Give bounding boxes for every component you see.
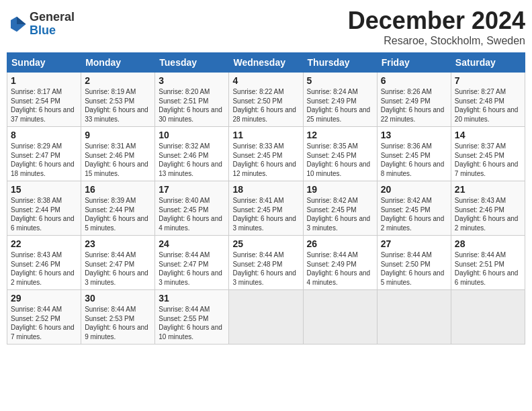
day-number: 9 — [85, 130, 151, 140]
calendar-cell: 29 Sunrise: 8:44 AMSunset: 2:52 PMDaylig… — [7, 290, 81, 345]
calendar-cell: 20 Sunrise: 8:42 AMSunset: 2:45 PMDaylig… — [377, 181, 451, 236]
calendar-cell: 23 Sunrise: 8:44 AMSunset: 2:47 PMDaylig… — [81, 236, 155, 290]
day-info: Sunrise: 8:44 AMSunset: 2:55 PMDaylight:… — [159, 306, 222, 340]
day-number: 25 — [232, 238, 299, 249]
week-row-3: 15 Sunrise: 8:38 AMSunset: 2:44 PMDaylig… — [7, 181, 525, 236]
day-number: 21 — [455, 184, 521, 195]
calendar-cell: 8 Sunrise: 8:29 AMSunset: 2:47 PMDayligh… — [7, 127, 81, 181]
calendar-cell: 3 Sunrise: 8:20 AMSunset: 2:51 PMDayligh… — [155, 73, 229, 127]
day-number: 1 — [11, 75, 77, 86]
day-number: 16 — [85, 184, 151, 195]
day-info: Sunrise: 8:44 AMSunset: 2:47 PMDaylight:… — [85, 251, 148, 286]
day-info: Sunrise: 8:17 AMSunset: 2:54 PMDaylight:… — [11, 88, 75, 123]
calendar-cell: 26 Sunrise: 8:44 AMSunset: 2:49 PMDaylig… — [303, 236, 377, 290]
day-number: 15 — [11, 184, 77, 195]
calendar-cell: 17 Sunrise: 8:40 AMSunset: 2:45 PMDaylig… — [155, 181, 229, 236]
day-number: 17 — [159, 184, 225, 195]
day-number: 7 — [455, 75, 521, 86]
calendar-cell: 9 Sunrise: 8:31 AMSunset: 2:46 PMDayligh… — [81, 127, 155, 181]
calendar-cell: 12 Sunrise: 8:35 AMSunset: 2:45 PMDaylig… — [303, 127, 377, 181]
day-info: Sunrise: 8:33 AMSunset: 2:45 PMDaylight:… — [232, 142, 296, 177]
day-info: Sunrise: 8:43 AMSunset: 2:46 PMDaylight:… — [11, 251, 75, 286]
calendar-cell: 28 Sunrise: 8:44 AMSunset: 2:51 PMDaylig… — [451, 236, 525, 290]
calendar-cell: 2 Sunrise: 8:19 AMSunset: 2:53 PMDayligh… — [81, 73, 155, 127]
week-row-4: 22 Sunrise: 8:43 AMSunset: 2:46 PMDaylig… — [7, 236, 525, 290]
header-saturday: Saturday — [451, 53, 525, 73]
day-info: Sunrise: 8:44 AMSunset: 2:49 PMDaylight:… — [307, 251, 371, 286]
day-info: Sunrise: 8:31 AMSunset: 2:46 PMDaylight:… — [85, 142, 148, 177]
day-number: 28 — [455, 238, 521, 249]
day-number: 31 — [159, 293, 225, 304]
day-info: Sunrise: 8:32 AMSunset: 2:46 PMDaylight:… — [159, 142, 222, 177]
calendar-cell: 10 Sunrise: 8:32 AMSunset: 2:46 PMDaylig… — [155, 127, 229, 181]
logo-blue: Blue — [30, 24, 75, 38]
day-number: 29 — [11, 293, 77, 304]
calendar-cell: 19 Sunrise: 8:42 AMSunset: 2:45 PMDaylig… — [303, 181, 377, 236]
calendar-header: SundayMondayTuesdayWednesdayThursdayFrid… — [7, 53, 525, 73]
calendar-cell — [451, 290, 525, 345]
calendar-cell: 5 Sunrise: 8:24 AMSunset: 2:49 PMDayligh… — [303, 73, 377, 127]
day-number: 26 — [307, 238, 373, 249]
logo-icon — [7, 14, 27, 34]
day-info: Sunrise: 8:20 AMSunset: 2:51 PMDaylight:… — [159, 88, 222, 123]
day-number: 3 — [159, 75, 225, 86]
day-number: 10 — [159, 130, 225, 140]
header-tuesday: Tuesday — [155, 53, 229, 73]
week-row-5: 29 Sunrise: 8:44 AMSunset: 2:52 PMDaylig… — [7, 290, 525, 345]
calendar-cell: 13 Sunrise: 8:36 AMSunset: 2:45 PMDaylig… — [377, 127, 451, 181]
day-number: 18 — [232, 184, 299, 195]
day-number: 23 — [85, 238, 151, 249]
day-info: Sunrise: 8:42 AMSunset: 2:45 PMDaylight:… — [307, 197, 371, 232]
week-row-1: 1 Sunrise: 8:17 AMSunset: 2:54 PMDayligh… — [7, 73, 525, 127]
day-info: Sunrise: 8:40 AMSunset: 2:45 PMDaylight:… — [159, 197, 222, 232]
day-info: Sunrise: 8:24 AMSunset: 2:49 PMDaylight:… — [307, 88, 371, 123]
day-info: Sunrise: 8:37 AMSunset: 2:45 PMDaylight:… — [455, 142, 519, 177]
day-number: 11 — [232, 130, 299, 140]
day-info: Sunrise: 8:22 AMSunset: 2:50 PMDaylight:… — [232, 88, 296, 123]
day-info: Sunrise: 8:36 AMSunset: 2:45 PMDaylight:… — [381, 142, 445, 177]
calendar-cell: 22 Sunrise: 8:43 AMSunset: 2:46 PMDaylig… — [7, 236, 81, 290]
week-row-2: 8 Sunrise: 8:29 AMSunset: 2:47 PMDayligh… — [7, 127, 525, 181]
day-number: 14 — [455, 130, 521, 140]
day-info: Sunrise: 8:42 AMSunset: 2:45 PMDaylight:… — [381, 197, 445, 232]
day-number: 8 — [11, 130, 77, 140]
month-title: December 2024 — [348, 7, 525, 35]
calendar-cell: 15 Sunrise: 8:38 AMSunset: 2:44 PMDaylig… — [7, 181, 81, 236]
day-info: Sunrise: 8:43 AMSunset: 2:46 PMDaylight:… — [455, 197, 519, 232]
day-info: Sunrise: 8:41 AMSunset: 2:45 PMDaylight:… — [232, 197, 296, 232]
day-info: Sunrise: 8:44 AMSunset: 2:48 PMDaylight:… — [232, 251, 296, 286]
location-subtitle: Resaroe, Stockholm, Sweden — [348, 35, 525, 47]
calendar-cell: 16 Sunrise: 8:39 AMSunset: 2:44 PMDaylig… — [81, 181, 155, 236]
header-monday: Monday — [81, 53, 155, 73]
day-number: 5 — [307, 75, 373, 86]
day-info: Sunrise: 8:27 AMSunset: 2:48 PMDaylight:… — [455, 88, 519, 123]
calendar-cell: 14 Sunrise: 8:37 AMSunset: 2:45 PMDaylig… — [451, 127, 525, 181]
day-info: Sunrise: 8:44 AMSunset: 2:47 PMDaylight:… — [159, 251, 222, 286]
calendar-cell: 4 Sunrise: 8:22 AMSunset: 2:50 PMDayligh… — [229, 73, 303, 127]
logo-general: General — [30, 11, 75, 24]
calendar-cell: 1 Sunrise: 8:17 AMSunset: 2:54 PMDayligh… — [7, 73, 81, 127]
calendar-cell: 6 Sunrise: 8:26 AMSunset: 2:49 PMDayligh… — [377, 73, 451, 127]
calendar-cell: 7 Sunrise: 8:27 AMSunset: 2:48 PMDayligh… — [451, 73, 525, 127]
day-info: Sunrise: 8:44 AMSunset: 2:50 PMDaylight:… — [381, 251, 445, 286]
calendar-table: SundayMondayTuesdayWednesdayThursdayFrid… — [7, 52, 525, 345]
day-number: 20 — [381, 184, 447, 195]
calendar-cell: 27 Sunrise: 8:44 AMSunset: 2:50 PMDaylig… — [377, 236, 451, 290]
calendar-cell: 25 Sunrise: 8:44 AMSunset: 2:48 PMDaylig… — [229, 236, 303, 290]
day-number: 13 — [381, 130, 447, 140]
calendar-body: 1 Sunrise: 8:17 AMSunset: 2:54 PMDayligh… — [7, 73, 525, 345]
calendar-cell — [229, 290, 303, 345]
day-number: 30 — [85, 293, 151, 304]
calendar-cell: 24 Sunrise: 8:44 AMSunset: 2:47 PMDaylig… — [155, 236, 229, 290]
header-friday: Friday — [377, 53, 451, 73]
svg-marker-1 — [17, 17, 26, 24]
header-row: SundayMondayTuesdayWednesdayThursdayFrid… — [7, 53, 525, 73]
day-info: Sunrise: 8:44 AMSunset: 2:52 PMDaylight:… — [11, 306, 75, 340]
day-info: Sunrise: 8:38 AMSunset: 2:44 PMDaylight:… — [11, 197, 75, 232]
calendar-cell — [377, 290, 451, 345]
day-info: Sunrise: 8:44 AMSunset: 2:51 PMDaylight:… — [455, 251, 519, 286]
header: General Blue December 2024 Resaroe, Stoc… — [7, 7, 525, 47]
day-number: 12 — [307, 130, 373, 140]
day-info: Sunrise: 8:19 AMSunset: 2:53 PMDaylight:… — [85, 88, 148, 123]
calendar-cell — [303, 290, 377, 345]
